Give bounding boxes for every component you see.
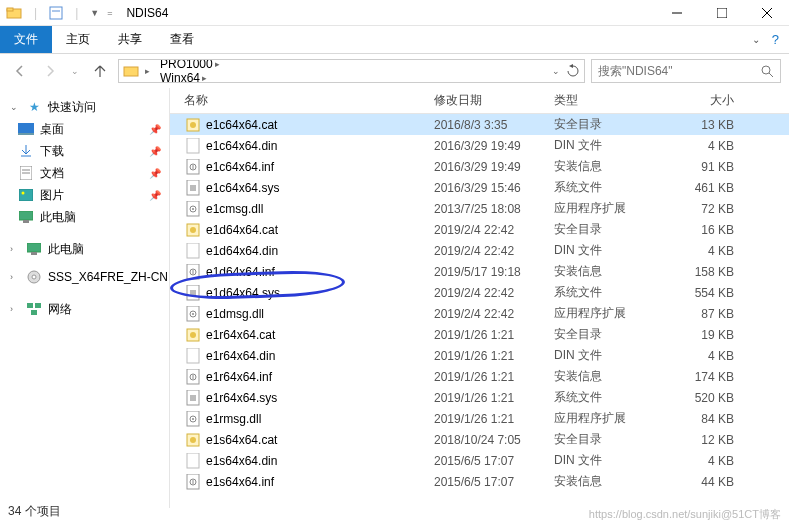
file-row[interactable]: e1cmsg.dll2013/7/25 18:08应用程序扩展72 KB: [170, 198, 789, 219]
file-list: e1c64x64.cat2016/8/3 3:35安全目录13 KBe1c64x…: [170, 114, 789, 508]
file-row[interactable]: e1r64x64.inf2019/1/26 1:21安装信息174 KB: [170, 366, 789, 387]
file-name: e1d64x64.sys: [202, 286, 434, 300]
qat-overflow-icon[interactable]: =: [107, 8, 112, 18]
desktop-icon: [18, 121, 34, 137]
file-type: 应用程序扩展: [554, 200, 664, 217]
back-button[interactable]: [8, 59, 32, 83]
search-input[interactable]: [598, 64, 760, 78]
svg-point-24: [32, 275, 36, 279]
breadcrumb-item[interactable]: PRO1000 ▸: [156, 59, 239, 71]
file-date: 2019/2/4 22:42: [434, 244, 554, 258]
window-title: NDIS64: [118, 6, 168, 20]
disc-icon: [26, 269, 42, 285]
ribbon: 文件 主页 共享 查看 ⌄ ?: [0, 26, 789, 54]
breadcrumb-item[interactable]: Winx64 ▸: [156, 71, 239, 83]
help-icon[interactable]: ?: [764, 32, 779, 47]
file-row[interactable]: e1dmsg.dll2019/2/4 22:42应用程序扩展87 KB: [170, 303, 789, 324]
svg-rect-5: [717, 8, 727, 18]
recent-dropdown[interactable]: ⌄: [68, 59, 82, 83]
qat-properties-icon[interactable]: [49, 6, 63, 20]
sidebar-downloads[interactable]: 下载📌: [0, 140, 169, 162]
file-row[interactable]: e1d64x64.inf2019/5/17 19:18安装信息158 KB: [170, 261, 789, 282]
pin-icon: 📌: [149, 124, 169, 135]
file-name: e1cmsg.dll: [202, 202, 434, 216]
title-bar: | | ▼ = NDIS64: [0, 0, 789, 26]
search-box[interactable]: [591, 59, 781, 83]
file-row[interactable]: e1c64x64.cat2016/8/3 3:35安全目录13 KB: [170, 114, 789, 135]
sidebar-thispc-quick[interactable]: 此电脑: [0, 206, 169, 228]
tab-home[interactable]: 主页: [52, 26, 104, 53]
file-row[interactable]: e1r64x64.sys2019/1/26 1:21系统文件520 KB: [170, 387, 789, 408]
file-row[interactable]: e1s64x64.din2015/6/5 17:07DIN 文件4 KB: [170, 450, 789, 471]
ribbon-expand-icon[interactable]: ⌄: [752, 34, 760, 45]
search-icon[interactable]: [760, 64, 774, 78]
sidebar-documents[interactable]: 文档📌: [0, 162, 169, 184]
svg-rect-46: [190, 290, 196, 296]
sidebar-thispc[interactable]: ›此电脑: [0, 238, 169, 260]
svg-rect-25: [27, 303, 33, 308]
file-icon: [184, 243, 202, 259]
col-date[interactable]: 修改日期: [434, 92, 554, 109]
col-size[interactable]: 大小: [664, 92, 734, 109]
sidebar-pictures[interactable]: 图片📌: [0, 184, 169, 206]
file-type: 安装信息: [554, 368, 664, 385]
file-size: 158 KB: [664, 265, 734, 279]
close-button[interactable]: [744, 0, 789, 26]
tab-share[interactable]: 共享: [104, 26, 156, 53]
file-row[interactable]: e1c64x64.sys2016/3/29 15:46系统文件461 KB: [170, 177, 789, 198]
file-size: 84 KB: [664, 412, 734, 426]
pin-icon: 📌: [149, 190, 169, 201]
col-name[interactable]: 名称: [184, 92, 434, 109]
main-panel: 名称 修改日期 类型 大小 e1c64x64.cat2016/8/3 3:35安…: [170, 88, 789, 508]
file-row[interactable]: e1s64x64.cat2018/10/24 7:05安全目录12 KB: [170, 429, 789, 450]
refresh-icon[interactable]: [566, 64, 580, 78]
file-type: 安全目录: [554, 116, 664, 133]
file-type: DIN 文件: [554, 347, 664, 364]
file-row[interactable]: e1c64x64.inf2016/3/29 19:49安装信息91 KB: [170, 156, 789, 177]
file-row[interactable]: e1d64x64.din2019/2/4 22:42DIN 文件4 KB: [170, 240, 789, 261]
file-row[interactable]: e1rmsg.dll2019/1/26 1:21应用程序扩展84 KB: [170, 408, 789, 429]
column-headers[interactable]: 名称 修改日期 类型 大小: [170, 88, 789, 114]
chevron-right-icon[interactable]: ▸: [200, 73, 209, 83]
file-size: 91 KB: [664, 160, 734, 174]
chevron-right-icon[interactable]: ▸: [213, 59, 222, 69]
file-icon: [184, 348, 202, 364]
file-row[interactable]: e1d64x64.sys2019/2/4 22:42系统文件554 KB: [170, 282, 789, 303]
svg-rect-17: [19, 189, 33, 201]
file-icon: [184, 411, 202, 427]
file-type: 应用程序扩展: [554, 410, 664, 427]
tab-file[interactable]: 文件: [0, 26, 52, 53]
address-dropdown-icon[interactable]: ⌄: [552, 66, 560, 76]
svg-point-62: [190, 437, 196, 443]
svg-rect-8: [124, 67, 138, 76]
folder-icon: [6, 5, 22, 21]
file-row[interactable]: e1r64x64.cat2019/1/26 1:21安全目录19 KB: [170, 324, 789, 345]
col-type[interactable]: 类型: [554, 92, 664, 109]
address-row: ⌄ ▸ PROWinx64 ▸PRO1000 ▸Winx64 ▸NDIS64 ▸…: [0, 54, 789, 88]
svg-rect-35: [190, 185, 196, 191]
file-row[interactable]: e1d64x64.cat2019/2/4 22:42安全目录16 KB: [170, 219, 789, 240]
sidebar-network[interactable]: ›网络: [0, 298, 169, 320]
up-button[interactable]: [88, 59, 112, 83]
chevron-right-icon[interactable]: ▸: [143, 66, 152, 76]
file-row[interactable]: e1r64x64.din2019/1/26 1:21DIN 文件4 KB: [170, 345, 789, 366]
file-size: 174 KB: [664, 370, 734, 384]
file-size: 520 KB: [664, 391, 734, 405]
qat-dropdown-icon[interactable]: ▼: [90, 8, 99, 18]
file-size: 19 KB: [664, 328, 734, 342]
tab-view[interactable]: 查看: [156, 26, 208, 53]
minimize-button[interactable]: [654, 0, 699, 26]
svg-point-9: [762, 66, 770, 74]
sidebar-desktop[interactable]: 桌面📌: [0, 118, 169, 140]
sidebar-quick-access[interactable]: ⌄★快速访问: [0, 96, 169, 118]
sidebar-drive[interactable]: ›SSS_X64FRE_ZH-CN: [0, 266, 169, 288]
forward-button[interactable]: [38, 59, 62, 83]
file-name: e1c64x64.sys: [202, 181, 434, 195]
file-icon: [184, 327, 202, 343]
file-icon: [184, 264, 202, 280]
file-size: 13 KB: [664, 118, 734, 132]
file-row[interactable]: e1c64x64.din2016/3/29 19:49DIN 文件4 KB: [170, 135, 789, 156]
address-bar[interactable]: ▸ PROWinx64 ▸PRO1000 ▸Winx64 ▸NDIS64 ▸ ⌄: [118, 59, 585, 83]
file-row[interactable]: e1s64x64.inf2015/6/5 17:07安装信息44 KB: [170, 471, 789, 492]
maximize-button[interactable]: [699, 0, 744, 26]
